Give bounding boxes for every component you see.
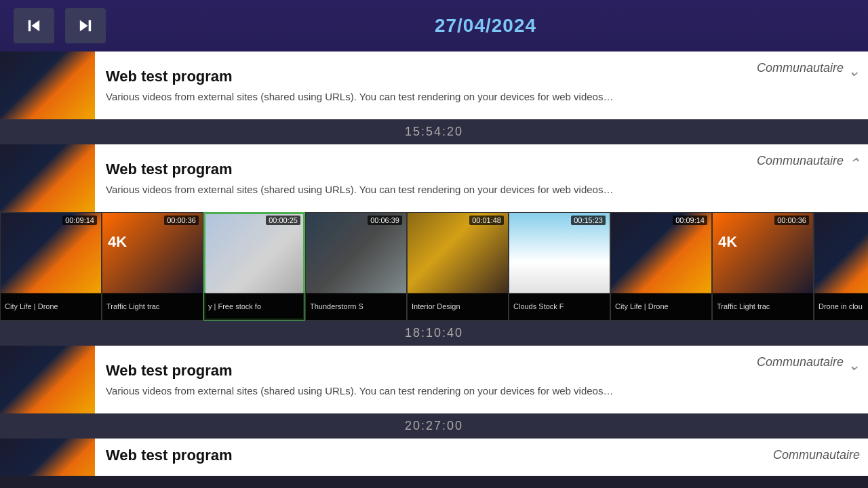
program-network-3: Communautaire ⌄ [751, 346, 868, 413]
video-duration-5: 00:01:48 [469, 216, 504, 225]
program-thumb-4 [0, 439, 95, 476]
video-item-3[interactable]: 00:00:25y | Free stock fo [203, 212, 305, 321]
video-label-2: Traffic Light trac [102, 293, 203, 320]
video-duration-3: 00:00:25 [266, 216, 300, 225]
video-thumb-bg-9 [814, 213, 868, 294]
program-desc-3: Various videos from external sites (shar… [106, 384, 741, 398]
header: 27/04/2024 [0, 0, 868, 52]
network-label-3: Communautaire [757, 355, 844, 369]
video-item-4[interactable]: 00:06:39Thunderstorm S [305, 212, 407, 321]
program-thumb-2 [0, 144, 95, 212]
chevron-up-icon-2[interactable]: ⌃ [848, 155, 860, 173]
video-item-8[interactable]: 00:00:364KTraffic Light trac [712, 212, 814, 321]
program-title-2: Web test program [106, 161, 741, 178]
program-desc-1: Various videos from external sites (shar… [106, 89, 741, 104]
svg-rect-1 [28, 20, 31, 31]
svg-rect-3 [89, 20, 92, 31]
video-thumb-bg-4 [306, 213, 406, 294]
program-info-3: Web test program Various videos from ext… [95, 346, 751, 413]
video-item-9[interactable]: 00:00:2Drone in clou [814, 212, 868, 321]
video-item-2[interactable]: 00:00:364KTraffic Light trac [102, 212, 203, 321]
program-thumb-1 [0, 52, 95, 119]
video-badge-2: 4K [108, 233, 127, 251]
video-thumb-bg-5 [408, 213, 508, 294]
program-title-4: Web test program [106, 447, 757, 464]
video-duration-8: 00:00:36 [774, 216, 809, 225]
program-card-3[interactable]: Web test program Various videos from ext… [0, 346, 868, 413]
video-strip: 00:09:14City Life | Drone00:00:364KTraff… [0, 212, 868, 321]
program-info-1: Web test program Various videos from ext… [95, 52, 751, 119]
program-card-2[interactable]: Web test program Various videos from ext… [0, 144, 868, 212]
video-label-1: City Life | Drone [1, 293, 101, 320]
video-item-1[interactable]: 00:09:14City Life | Drone [0, 212, 102, 321]
program-title-3: Web test program [106, 362, 741, 380]
video-thumb-bg-3 [204, 213, 304, 294]
time-separator-1: 15:54:20 [0, 119, 868, 144]
network-label-1: Communautaire [757, 61, 844, 75]
program-thumb-3 [0, 346, 95, 413]
video-label-5: Interior Design [408, 293, 508, 320]
video-label-4: Thunderstorm S [306, 293, 406, 320]
video-label-8: Traffic Light trac [713, 293, 813, 320]
video-thumb-bg-6 [509, 213, 610, 294]
video-badge-8: 4K [718, 233, 737, 251]
svg-marker-2 [80, 20, 88, 31]
video-thumb-bg-2 [102, 213, 203, 294]
video-duration-2: 00:00:36 [164, 216, 199, 225]
program-info-2: Web test program Various videos from ext… [95, 144, 751, 212]
prev-button[interactable] [14, 8, 54, 43]
video-thumb-bg-8 [713, 213, 813, 294]
video-label-3: y | Free stock fo [204, 293, 304, 320]
next-button[interactable] [65, 8, 106, 43]
video-item-7[interactable]: 00:09:14City Life | Drone [610, 212, 712, 321]
video-duration-7: 00:09:14 [673, 216, 707, 225]
svg-marker-0 [32, 20, 40, 31]
video-label-9: Drone in clou [814, 293, 868, 320]
video-duration-6: 00:15:23 [571, 216, 606, 225]
program-info-4: Web test program [95, 439, 768, 476]
schedule-container: Web test program Various videos from ext… [0, 52, 868, 476]
video-duration-1: 00:09:14 [62, 216, 97, 225]
program-title-1: Web test program [106, 68, 741, 85]
chevron-down-icon-1[interactable]: ⌄ [848, 62, 860, 80]
program-card-1[interactable]: Web test program Various videos from ext… [0, 52, 868, 119]
video-thumb-bg-7 [611, 213, 711, 294]
network-label-4: Communautaire [773, 448, 860, 462]
video-duration-4: 00:06:39 [368, 216, 402, 225]
network-label-2: Communautaire [757, 154, 844, 168]
video-item-5[interactable]: 00:01:48Interior Design [407, 212, 509, 321]
program-desc-2: Various videos from external sites (shar… [106, 182, 741, 197]
program-network-1: Communautaire ⌄ [751, 52, 868, 119]
time-separator-3: 20:27:00 [0, 413, 868, 439]
program-network-4: Communautaire [768, 439, 868, 476]
program-card-4[interactable]: Web test program Communautaire [0, 439, 868, 476]
chevron-down-icon-3[interactable]: ⌄ [848, 357, 860, 374]
date-display: 27/04/2024 [117, 15, 854, 37]
video-label-6: Clouds Stock F [509, 293, 610, 320]
time-separator-2: 18:10:40 [0, 321, 868, 346]
video-label-7: City Life | Drone [611, 293, 711, 320]
video-item-6[interactable]: 00:15:23Clouds Stock F [509, 212, 610, 321]
program-network-2: Communautaire ⌃ [751, 144, 868, 212]
video-thumb-bg-1 [1, 213, 101, 294]
